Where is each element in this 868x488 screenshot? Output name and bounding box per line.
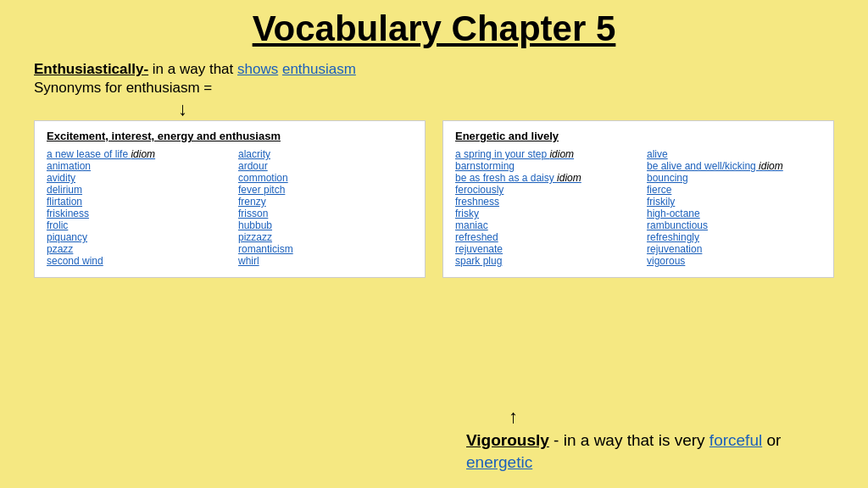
list-item[interactable]: bouncing: [647, 172, 821, 184]
right-box-title: Energetic and lively: [455, 130, 821, 142]
energetic-link[interactable]: energetic: [466, 453, 532, 471]
left-col2: alacrity ardour commotion fever pitch fr…: [238, 148, 413, 267]
list-item[interactable]: hubbub: [238, 219, 413, 231]
forceful-link[interactable]: forceful: [709, 431, 762, 449]
left-vocab-box: Excitement, interest, energy and enthusi…: [34, 120, 426, 278]
list-item[interactable]: pizzazz: [238, 231, 413, 243]
right-word-grid: a spring in your step idiom barnstorming…: [455, 148, 821, 267]
arrow-down-icon: ↓: [178, 100, 834, 119]
list-item[interactable]: freshness: [455, 196, 630, 208]
list-item[interactable]: be as fresh as a daisy idiom: [455, 172, 630, 184]
page: Vocabulary Chapter 5 Enthusiastically- i…: [0, 0, 868, 488]
right-col1: a spring in your step idiom barnstorming…: [455, 148, 630, 267]
right-col2: alive be alive and well/kicking idiom bo…: [647, 148, 821, 267]
left-word-grid: a new lease of life idiom animation avid…: [47, 148, 413, 267]
list-item[interactable]: rejuvenation: [647, 243, 821, 255]
list-item[interactable]: ardour: [238, 160, 413, 172]
list-item[interactable]: frisky: [455, 208, 630, 219]
boxes-row: Excitement, interest, energy and enthusi…: [34, 120, 834, 278]
enthusiasm-link[interactable]: enthusiasm: [282, 61, 356, 77]
vigorously-bold: Vigorously: [466, 431, 549, 449]
list-item[interactable]: flirtation: [47, 196, 221, 208]
list-item[interactable]: refreshingly: [647, 231, 821, 243]
vigorously-text: Vigorously - in a way that is very force…: [466, 430, 834, 474]
list-item[interactable]: second wind: [47, 255, 221, 267]
intro-text: in a way that: [148, 61, 237, 77]
list-item[interactable]: barnstorming: [455, 160, 630, 172]
list-item[interactable]: avidity: [47, 172, 221, 184]
intro-line: Enthusiastically- in a way that shows en…: [34, 61, 834, 78]
list-item[interactable]: spark plug: [455, 255, 630, 267]
list-item[interactable]: ferociously: [455, 184, 630, 196]
list-item[interactable]: a new lease of life idiom: [47, 148, 221, 160]
enthusiastically-bold: Enthusiastically-: [34, 61, 148, 77]
list-item[interactable]: pzazz: [47, 243, 221, 255]
vigorously-or: or: [762, 431, 781, 449]
list-item[interactable]: rejuvenate: [455, 243, 630, 255]
list-item[interactable]: alacrity: [238, 148, 413, 160]
list-item[interactable]: fever pitch: [238, 184, 413, 196]
list-item[interactable]: high-octane: [647, 208, 821, 219]
bottom-section: ↑ Vigorously - in a way that is very for…: [466, 406, 834, 474]
list-item[interactable]: animation: [47, 160, 221, 172]
list-item[interactable]: whirl: [238, 255, 413, 267]
left-box-title: Excitement, interest, energy and enthusi…: [47, 130, 413, 142]
list-item[interactable]: frisson: [238, 208, 413, 219]
page-title: Vocabulary Chapter 5: [34, 8, 834, 49]
vigorously-text-part: - in a way that is very: [549, 431, 709, 449]
arrow-up-icon: ↑: [509, 406, 518, 428]
list-item[interactable]: be alive and well/kicking idiom: [647, 160, 821, 172]
list-item[interactable]: frolic: [47, 219, 221, 231]
list-item[interactable]: friskiness: [47, 208, 221, 219]
list-item[interactable]: vigorous: [647, 255, 821, 267]
list-item[interactable]: refreshed: [455, 231, 630, 243]
list-item[interactable]: rambunctious: [647, 219, 821, 231]
list-item[interactable]: romanticism: [238, 243, 413, 255]
synonyms-line: Synonyms for enthusiasm =: [34, 80, 834, 97]
list-item[interactable]: piquancy: [47, 231, 221, 243]
list-item[interactable]: a spring in your step idiom: [455, 148, 630, 160]
list-item[interactable]: fierce: [647, 184, 821, 196]
list-item[interactable]: friskily: [647, 196, 821, 208]
list-item[interactable]: delirium: [47, 184, 221, 196]
list-item[interactable]: frenzy: [238, 196, 413, 208]
list-item[interactable]: commotion: [238, 172, 413, 184]
list-item[interactable]: maniac: [455, 219, 630, 231]
left-col1: a new lease of life idiom animation avid…: [47, 148, 221, 267]
shows-link[interactable]: shows: [237, 61, 278, 77]
right-vocab-box: Energetic and lively a spring in your st…: [442, 120, 834, 278]
list-item[interactable]: alive: [647, 148, 821, 160]
